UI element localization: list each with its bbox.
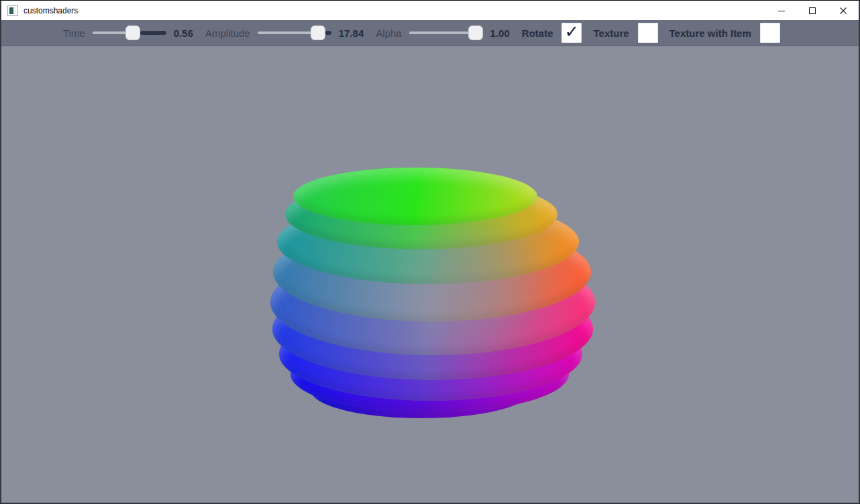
alpha-slider-group: Alpha1.00 (376, 25, 522, 41)
shader-viewport[interactable] (1, 46, 859, 503)
rotate-checkbox[interactable]: ✓ (561, 23, 582, 43)
texture-label: Texture (593, 27, 629, 39)
amplitude-slider-group: Amplitude17.84 (205, 25, 376, 41)
check-mark-icon: ✓ (564, 21, 579, 42)
amplitude-value: 17.84 (339, 27, 364, 39)
toolbar: Time0.56Amplitude17.84Alpha1.00Rotate✓Te… (1, 20, 859, 46)
alpha-slider[interactable] (409, 25, 483, 41)
minimize-icon (777, 7, 786, 15)
texture-checkbox[interactable] (638, 23, 658, 43)
app-icon (7, 5, 18, 16)
texture-with-item-checkbox[interactable] (760, 23, 780, 43)
time-slider-group: Time0.56 (63, 25, 205, 41)
blob-layer-8 (293, 168, 537, 225)
time-label: Time (63, 27, 85, 39)
amplitude-slider-remainder (325, 31, 331, 35)
amplitude-label: Amplitude (205, 27, 250, 39)
alpha-label: Alpha (376, 27, 401, 39)
minimize-button[interactable] (766, 1, 797, 20)
maximize-button[interactable] (797, 1, 828, 20)
window-title: customshaders (23, 6, 78, 15)
alpha-value: 1.00 (490, 27, 510, 39)
rotate-checkbox-group: Rotate✓ (522, 23, 594, 43)
app-window: customshaders Time0.56Amplitude17.84Alph… (0, 0, 860, 504)
texture-with-item-label: Texture with Item (669, 27, 751, 39)
time-value: 0.56 (174, 27, 193, 39)
amplitude-slider[interactable] (258, 25, 331, 41)
texture-checkbox-group: Texture (593, 23, 669, 43)
alpha-slider-handle[interactable] (468, 25, 483, 40)
time-slider[interactable] (93, 25, 166, 41)
time-slider-remainder (140, 31, 166, 35)
close-button[interactable] (828, 1, 859, 20)
amplitude-slider-handle[interactable] (311, 25, 325, 40)
close-icon (839, 7, 847, 15)
time-slider-handle[interactable] (125, 25, 140, 40)
titlebar: customshaders (1, 1, 859, 20)
rotate-label: Rotate (522, 27, 553, 39)
texture-with-item-checkbox-group: Texture with Item (669, 23, 792, 43)
maximize-icon (808, 7, 816, 15)
